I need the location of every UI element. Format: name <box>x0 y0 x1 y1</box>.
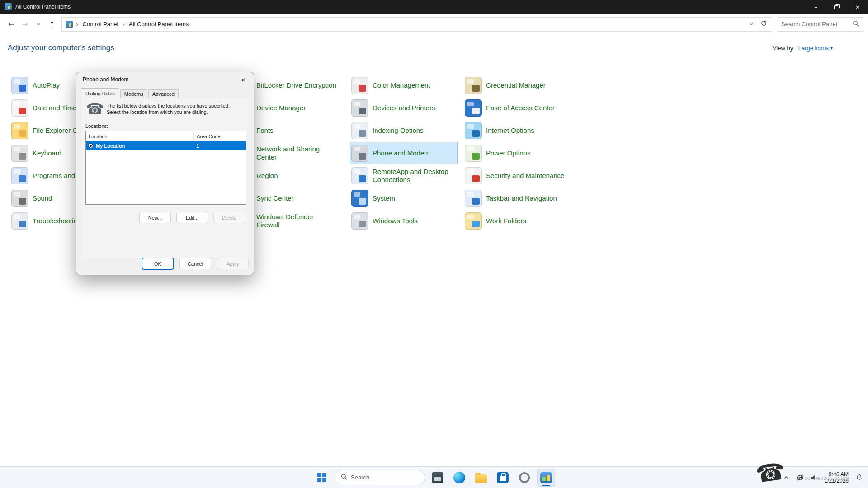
start-button[interactable] <box>313 469 331 487</box>
item-remoteapp-and-desktop-connections[interactable]: RemoteApp and Desktop Connections <box>350 164 458 187</box>
search-icon[interactable] <box>853 20 859 28</box>
breadcrumb-control-panel[interactable]: Control Panel <box>82 21 119 28</box>
cp-item-label: Phone and Modem <box>373 149 430 157</box>
cp-item-label: Region <box>256 172 278 180</box>
cp-item-label: AutoPlay <box>33 81 60 89</box>
dialog-tabs: Dialing Rules Modems Advanced <box>81 87 249 98</box>
item-work-folders[interactable]: Work Folders <box>463 210 571 232</box>
cp-item-label: Ease of Access Center <box>486 104 555 112</box>
tab-dialing-rules[interactable]: Dialing Rules <box>81 88 119 99</box>
cp-item-label: System <box>373 194 395 202</box>
area-code-value: 1 <box>193 143 246 149</box>
indexing-options-icon <box>351 122 368 139</box>
cp-item-label: RemoteApp and Desktop Connections <box>373 168 448 184</box>
ease-of-access-icon <box>465 99 482 117</box>
cp-item-label: Color Management <box>373 81 430 89</box>
cp-item-label: Keyboard <box>33 149 61 157</box>
network-icon[interactable] <box>795 471 806 484</box>
search-input[interactable] <box>781 21 853 28</box>
navigation-bar: ← → ↑ › Control Panel › All Control Pane… <box>0 14 868 35</box>
maximize-restore-button[interactable] <box>826 0 847 14</box>
item-color-management[interactable]: Color Management <box>350 74 458 97</box>
window-titlebar: All Control Panel Items – × <box>0 0 868 14</box>
item-devices-and-printers[interactable]: Devices and Printers <box>350 97 458 119</box>
recent-locations-chevron-icon[interactable] <box>32 18 45 31</box>
back-icon[interactable]: ← <box>5 18 18 31</box>
cancel-button[interactable]: Cancel <box>179 258 211 269</box>
location-name: My Location <box>96 143 125 149</box>
locations-list[interactable]: Location Area Code My Location 1 <box>85 131 246 205</box>
dialing-rules-tab-page: ☎ The list below displays the locations … <box>81 98 249 258</box>
taskbar-app-file-explorer[interactable] <box>472 469 490 487</box>
taskbar-app-files[interactable] <box>429 469 447 487</box>
refresh-icon[interactable] <box>760 20 767 28</box>
item-indexing-options[interactable]: Indexing Options <box>350 119 458 142</box>
new-button[interactable]: New... <box>139 212 171 223</box>
location-row[interactable]: My Location 1 <box>86 141 246 150</box>
up-icon[interactable]: ↑ <box>45 18 59 31</box>
cp-item-label: Date and Time <box>33 104 77 112</box>
dialog-description: The list below displays the locations yo… <box>107 103 244 115</box>
internet-options-icon <box>465 122 482 139</box>
ok-button[interactable]: OK <box>142 258 174 269</box>
item-system[interactable]: System <box>350 187 458 210</box>
taskbar-app-control-panel[interactable] <box>537 469 555 487</box>
hidden-icons-chevron-icon[interactable] <box>781 471 792 484</box>
dialog-title: Phone and Modem <box>76 72 254 87</box>
cp-item-label: Sound <box>33 194 52 202</box>
taskbar-app-settings[interactable] <box>515 469 533 487</box>
tab-modems[interactable]: Modems <box>120 89 147 98</box>
close-button[interactable]: × <box>847 0 868 14</box>
control-panel-icon <box>66 21 73 28</box>
taskbar: Search <box>0 466 868 488</box>
remoteapp-icon <box>351 167 368 184</box>
edit-button[interactable]: Edit... <box>176 212 208 223</box>
item-taskbar-and-navigation[interactable]: Taskbar and Navigation <box>463 187 571 210</box>
delete-button[interactable]: Delete <box>213 212 245 223</box>
cp-item-label: Work Folders <box>486 217 526 225</box>
cp-item-label: Sync Center <box>256 194 294 202</box>
dialog-close-button[interactable]: × <box>233 73 253 86</box>
location-column-header[interactable]: Location <box>86 134 193 139</box>
item-windows-tools[interactable]: Windows Tools <box>350 210 458 232</box>
minimize-button[interactable]: – <box>806 0 826 14</box>
view-by-value: Large icons <box>798 45 829 52</box>
area-code-column-header[interactable]: Area Code <box>193 131 246 141</box>
dialog-footer-buttons: OK Cancel Apply <box>142 258 249 269</box>
search-box[interactable] <box>777 17 863 32</box>
cp-item-label: Windows Tools <box>373 217 418 225</box>
clock[interactable]: 9:46 AM 1/21/2026 <box>823 471 850 484</box>
page-header: Adjust your computer's settings View by:… <box>0 35 868 52</box>
tab-advanced[interactable]: Advanced <box>148 89 179 98</box>
apply-button[interactable]: Apply <box>217 258 249 269</box>
windows-tools-icon <box>351 212 368 230</box>
cp-item-label: Power Options <box>486 149 530 157</box>
locations-label: Locations: <box>85 123 108 129</box>
cp-item-label: Indexing Options <box>373 127 424 135</box>
search-icon <box>341 474 347 482</box>
item-credential-manager[interactable]: Credential Manager <box>463 74 571 97</box>
address-bar[interactable]: › Control Panel › All Control Panel Item… <box>61 17 772 32</box>
forward-icon[interactable]: → <box>18 18 32 31</box>
cp-item-label: Fonts <box>256 127 274 135</box>
volume-icon[interactable] <box>809 471 820 484</box>
security-maintenance-icon <box>465 167 482 184</box>
cp-item-label: Network and Sharing Center <box>256 145 320 161</box>
phone-icon: ☎ <box>86 101 104 117</box>
item-internet-options[interactable]: Internet Options <box>463 119 571 142</box>
taskbar-navigation-icon <box>465 190 482 207</box>
taskbar-app-edge[interactable] <box>450 469 468 487</box>
taskbar-search[interactable]: Search <box>335 470 425 485</box>
item-security-and-maintenance[interactable]: Security and Maintenance <box>463 164 571 187</box>
taskbar-app-store[interactable] <box>494 469 512 487</box>
address-dropdown-chevron-icon[interactable] <box>749 20 754 28</box>
item-power-options[interactable]: Power Options <box>463 142 571 164</box>
control-panel-icon <box>540 472 552 483</box>
breadcrumb-all-control-panel-items[interactable]: All Control Panel Items <box>128 21 189 28</box>
cp-item-label: Devices and Printers <box>373 104 435 112</box>
item-ease-of-access-center[interactable]: Ease of Access Center <box>463 97 571 119</box>
item-phone-and-modem[interactable]: Phone and Modem <box>350 142 458 164</box>
notifications-icon[interactable] <box>854 471 864 484</box>
view-by-chevron-icon: ▾ <box>830 46 833 51</box>
view-by-dropdown[interactable]: Large icons ▾ <box>798 45 833 52</box>
